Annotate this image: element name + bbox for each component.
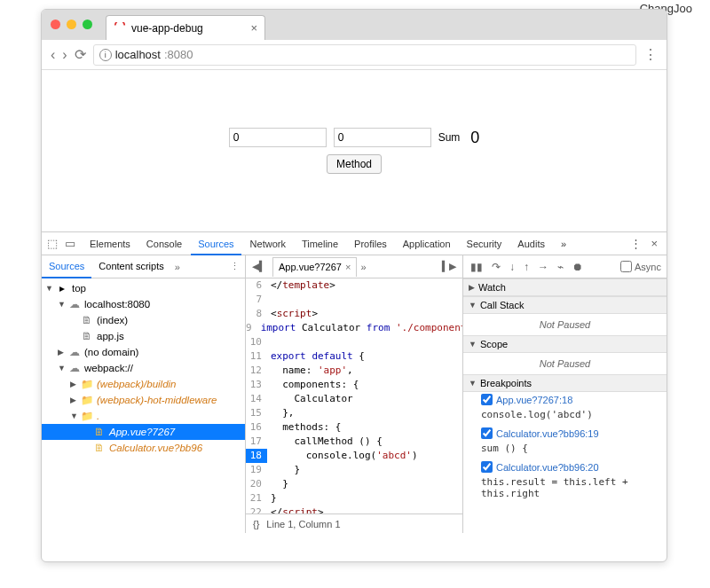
tree-dot[interactable]: ▼📁. — [42, 408, 245, 424]
tree-file-appvue[interactable]: 🗎App.vue?7267 — [42, 424, 245, 440]
tab-close-icon[interactable]: × — [250, 21, 257, 35]
step-out-icon[interactable]: ↑ — [522, 261, 531, 273]
breakpoint-checkbox[interactable] — [481, 461, 493, 473]
url-port: :8080 — [164, 48, 193, 61]
editor-tab-close-icon[interactable]: × — [345, 259, 351, 275]
sources-navigator: Sources Content scripts » ⋮ ▼▸top ▼☁loca… — [42, 255, 246, 533]
devtools-panel: ⬚ ▭ ElementsConsoleSourcesNetworkTimelin… — [42, 231, 667, 533]
device-toggle-icon[interactable]: ▭ — [65, 237, 75, 250]
source-editor: ◀▍ App.vue?7267 × » ▍▶ 6</template>78<sc… — [246, 255, 463, 533]
section-call-stack[interactable]: ▼Call Stack — [463, 296, 667, 314]
devtools-tab-elements[interactable]: Elements — [83, 232, 138, 255]
browser-window: vue-app-debug × ‹ › ⟳ i localhost:8080 ⋮… — [41, 9, 667, 562]
code-area[interactable]: 6</template>78<script>9import Calculator… — [246, 278, 462, 514]
forward-button-icon[interactable]: › — [62, 47, 67, 63]
devtools-menu-icon[interactable]: ⋮ — [627, 237, 645, 250]
tree-hotmiddleware[interactable]: ▶📁(webpack)-hot-middleware — [42, 392, 245, 408]
call-stack-not-paused: Not Paused — [463, 314, 667, 335]
tree-top[interactable]: ▼▸top — [42, 280, 245, 296]
scope-not-paused: Not Paused — [463, 353, 667, 374]
favicon-icon — [114, 22, 126, 35]
devtools-tabs-overflow-icon[interactable]: » — [554, 232, 573, 255]
site-info-icon[interactable]: i — [99, 49, 112, 61]
navigator-overflow-icon[interactable]: » — [175, 262, 180, 272]
editor-file-tab[interactable]: App.vue?7267 × — [272, 257, 357, 277]
editor-overflow-icon[interactable]: » — [360, 262, 366, 272]
debugger-toggle-icon[interactable]: ▍▶ — [439, 261, 459, 272]
breakpoint-row[interactable]: Calculator.vue?bb96:19 — [463, 426, 667, 441]
url-bar: ‹ › ⟳ i localhost:8080 ⋮ — [42, 40, 667, 70]
debugger-sidebar: ▮▮ ↷ ↓ ↑ → ⌁ ⏺ Async ▶Watch ▼Call Stack … — [463, 255, 667, 533]
tree-index[interactable]: 🗎(index) — [42, 312, 245, 328]
sum-label: Sum — [438, 131, 461, 144]
page-content: Sum 0 Method — [42, 70, 667, 231]
breakpoint-code: console.log('abcd') — [463, 407, 667, 426]
deactivate-bp-icon[interactable]: ⌁ — [556, 261, 565, 273]
section-watch[interactable]: ▶Watch — [463, 278, 667, 296]
tab-title: vue-app-debug — [131, 22, 203, 35]
tree-buildin[interactable]: ▶📁(webpack)/buildin — [42, 376, 245, 392]
devtools-tab-timeline[interactable]: Timeline — [295, 232, 345, 255]
devtools-close-icon[interactable]: × — [647, 237, 661, 250]
reload-icon[interactable]: ⟳ — [75, 46, 86, 63]
devtools-tab-audits[interactable]: Audits — [510, 232, 552, 255]
async-checkbox[interactable]: Async — [620, 261, 661, 272]
left-input[interactable] — [229, 128, 327, 147]
step-over-icon[interactable]: ↷ — [490, 261, 502, 273]
navigator-toggle-icon[interactable]: ◀▍ — [249, 261, 269, 272]
minimize-window-icon[interactable] — [67, 20, 76, 29]
devtools-tab-application[interactable]: Application — [396, 232, 458, 255]
tree-file-calculatorvue[interactable]: 🗎Calculator.vue?bb96 — [42, 440, 245, 456]
breakpoint-row[interactable]: Calculator.vue?bb96:20 — [463, 459, 667, 474]
cursor-position: Line 1, Column 1 — [266, 519, 340, 529]
breakpoint-checkbox[interactable] — [481, 427, 493, 439]
tree-host[interactable]: ▼☁localhost:8080 — [42, 296, 245, 312]
section-breakpoints[interactable]: ▼Breakpoints — [463, 374, 667, 392]
pause-exceptions-icon[interactable]: ⏺ — [571, 261, 585, 273]
devtools-tab-console[interactable]: Console — [139, 232, 189, 255]
method-button[interactable]: Method — [327, 154, 382, 174]
tree-webpack[interactable]: ▼☁webpack:// — [42, 360, 245, 376]
devtools-tab-profiles[interactable]: Profiles — [347, 232, 394, 255]
step-icon[interactable]: → — [536, 261, 550, 273]
step-into-icon[interactable]: ↓ — [508, 261, 517, 273]
breakpoint-checkbox[interactable] — [481, 394, 493, 405]
tree-nodomain[interactable]: ▶☁(no domain) — [42, 344, 245, 360]
section-scope[interactable]: ▼Scope — [463, 335, 667, 353]
navigator-tab-sources[interactable]: Sources — [42, 255, 91, 278]
tree-appjs[interactable]: 🗎app.js — [42, 328, 245, 344]
breakpoint-code: sum () { — [463, 441, 667, 459]
right-input[interactable] — [334, 128, 431, 147]
back-button-icon[interactable]: ‹ — [51, 47, 55, 63]
browser-menu-icon[interactable]: ⋮ — [643, 46, 658, 63]
browser-tab[interactable]: vue-app-debug × — [106, 15, 265, 40]
breakpoint-code: this.result = this.left + this.right — [463, 474, 667, 505]
devtools-tab-network[interactable]: Network — [243, 232, 293, 255]
address-bar[interactable]: i localhost:8080 — [93, 44, 636, 66]
navigator-menu-icon[interactable]: ⋮ — [230, 261, 240, 272]
close-window-icon[interactable] — [51, 20, 60, 29]
devtools-tab-security[interactable]: Security — [460, 232, 509, 255]
tab-bar: vue-app-debug × — [42, 10, 667, 40]
traffic-lights — [51, 20, 92, 29]
sum-value: 0 — [470, 129, 479, 147]
url-host: localhost — [115, 48, 161, 61]
devtools-tab-bar: ⬚ ▭ ElementsConsoleSourcesNetworkTimelin… — [42, 232, 667, 255]
braces-icon[interactable]: {} — [253, 519, 259, 529]
navigator-tab-content-scripts[interactable]: Content scripts — [91, 255, 170, 278]
devtools-tab-sources[interactable]: Sources — [191, 232, 241, 255]
maximize-window-icon[interactable] — [83, 20, 92, 29]
breakpoint-row[interactable]: App.vue?7267:18 — [463, 392, 667, 407]
inspect-element-icon[interactable]: ⬚ — [47, 237, 58, 250]
pause-icon[interactable]: ▮▮ — [469, 261, 485, 273]
